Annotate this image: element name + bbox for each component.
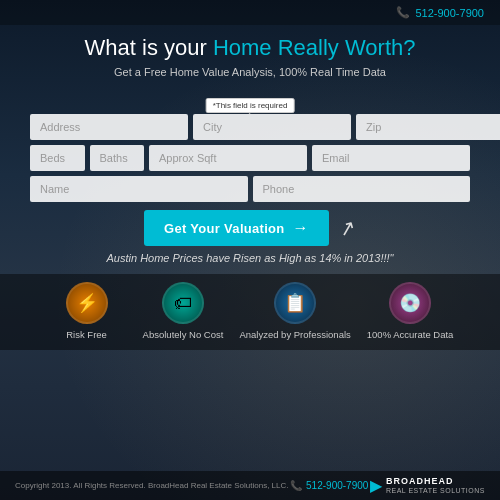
footer-phone: 📞 512-900-7900 [290, 480, 368, 491]
address-input[interactable] [30, 114, 188, 140]
cta-row: Get Your Valuation → ↗ [30, 210, 470, 246]
top-phone-number: 512-900-7900 [415, 7, 484, 19]
valuation-form: *This field is required Beds 12345+ Bath… [30, 96, 470, 252]
feature-accurate-data: 💿 100% Accurate Data [367, 282, 454, 341]
footer: Copyright 2013. All Rights Reserved. Bro… [0, 471, 500, 500]
database-icon: 💿 [399, 292, 421, 314]
handwriting-arrow-icon: ↗ [336, 215, 359, 243]
top-phone-link[interactable]: 📞 512-900-7900 [396, 6, 484, 19]
tag-icon: 🏷 [174, 293, 192, 314]
features-row: ⚡ Risk Free 🏷 Absolutely No Cost 📋 Analy… [0, 274, 500, 349]
hero-subtitle: Get a Free Home Value Analysis, 100% Rea… [20, 66, 480, 78]
email-input[interactable] [312, 145, 470, 171]
footer-phone-number: 512-900-7900 [306, 480, 368, 491]
hero-section: What is your Home Really Worth? Get a Fr… [0, 25, 500, 96]
sqft-input[interactable] [149, 145, 307, 171]
logo-name: BROADHEAD [386, 477, 485, 487]
phone-input[interactable] [253, 176, 471, 202]
baths-select[interactable]: Baths 12345+ [90, 145, 145, 171]
phone-icon: 📞 [396, 6, 410, 19]
feature-no-cost: 🏷 Absolutely No Cost [143, 282, 224, 341]
bolt-icon: ⚡ [76, 292, 98, 314]
feature-professionals: 📋 Analyzed by Professionals [239, 282, 350, 341]
logo-icon: ▶ [370, 476, 382, 495]
city-input[interactable] [193, 114, 351, 140]
form-row-1: *This field is required [30, 114, 470, 140]
clipboard-icon: 📋 [284, 292, 306, 314]
cta-button[interactable]: Get Your Valuation → [144, 210, 329, 246]
cta-label: Get Your Valuation [164, 221, 285, 236]
form-row-3 [30, 176, 470, 202]
footer-phone-icon: 📞 [290, 480, 302, 491]
form-row-2: Beds 12345+ Baths 12345+ [30, 145, 470, 171]
risk-free-label: Risk Free [66, 329, 107, 341]
required-tooltip: *This field is required [206, 98, 295, 113]
footer-logo: ▶ BROADHEAD REAL ESTATE SOLUTIONS [370, 476, 485, 495]
hero-title: What is your Home Really Worth? [20, 35, 480, 61]
no-cost-label: Absolutely No Cost [143, 329, 224, 341]
zip-input[interactable] [356, 114, 500, 140]
name-input[interactable] [30, 176, 248, 202]
professionals-icon-circle: 📋 [274, 282, 316, 324]
stats-text: Austin Home Prices have Risen as High as… [107, 252, 394, 264]
cta-arrow-icon: → [293, 219, 309, 237]
logo-tagline: REAL ESTATE SOLUTIONS [386, 487, 485, 494]
accurate-data-icon-circle: 💿 [389, 282, 431, 324]
risk-free-icon-circle: ⚡ [66, 282, 108, 324]
top-bar: 📞 512-900-7900 [0, 0, 500, 25]
beds-select[interactable]: Beds 12345+ [30, 145, 85, 171]
accurate-data-label: 100% Accurate Data [367, 329, 454, 341]
feature-risk-free: ⚡ Risk Free [47, 282, 127, 341]
professionals-label: Analyzed by Professionals [239, 329, 350, 341]
footer-copyright: Copyright 2013. All Rights Reserved. Bro… [15, 481, 288, 490]
no-cost-icon-circle: 🏷 [162, 282, 204, 324]
